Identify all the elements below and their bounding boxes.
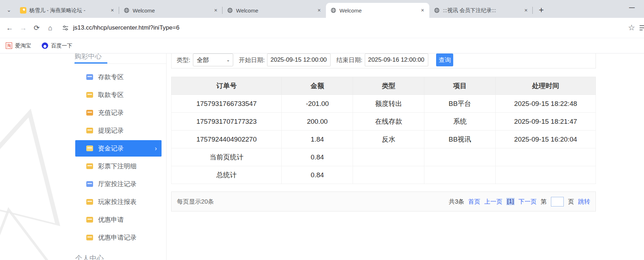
sidebar-divider xyxy=(73,63,166,64)
bookmark-star-icon[interactable]: ☆ xyxy=(625,21,638,35)
cell: 2025-09-15 16:20:04 xyxy=(496,131,596,148)
hall-bet-icon xyxy=(86,181,93,187)
browser-tab-welcome-active[interactable]: Welcome ✕ xyxy=(326,3,429,18)
address-bar: ← → ⟳ ⌂ js13.cc/hhcp/usercenter.html?ini… xyxy=(0,18,644,38)
promo-record-icon xyxy=(86,235,93,240)
pagination-bar: 每页显示20条 共3条 首页 上一页 [1] 下一页 第 页 跳转 xyxy=(171,192,596,211)
sidebar-section-lottery-center[interactable]: 购彩中心 xyxy=(75,53,103,63)
cell xyxy=(424,166,496,184)
new-tab-button[interactable]: + xyxy=(536,4,547,16)
sidebar-item-funds-records[interactable]: 资金记录 › xyxy=(75,140,162,157)
tab-title: :::视讯 会员下注纪录::: xyxy=(443,7,519,14)
cell: 额度转出 xyxy=(353,95,424,113)
cell: 反水 xyxy=(353,131,424,148)
deposit-card-icon xyxy=(86,74,93,80)
page-suffix-label: 页 xyxy=(568,198,574,206)
back-icon[interactable]: ← xyxy=(3,21,16,35)
bookmark-baidu[interactable]: 百度一下 xyxy=(42,42,72,49)
next-page-link[interactable]: 下一页 xyxy=(518,198,537,206)
type-select-value: 全部 xyxy=(197,56,209,64)
browser-tab-forum[interactable]: 杨雪儿 - 海燕策略论坛 - ✕ xyxy=(16,3,119,18)
bookmark-label: 百度一下 xyxy=(51,42,72,49)
tab-title: Welcome xyxy=(236,7,312,14)
sidebar-item-label: 优惠申请 xyxy=(98,215,124,224)
cell: 1757931766733547 xyxy=(172,95,282,113)
sidebar-item-promo-apply[interactable]: 优惠申请 xyxy=(73,211,166,229)
url-text: js13.cc/hhcp/usercenter.html?iniType=6 xyxy=(73,24,179,31)
sidebar-item-deposit-zone[interactable]: 存款专区 xyxy=(73,68,166,86)
sidebar-item-promo-apply-records[interactable]: 优惠申请记录 xyxy=(73,229,166,246)
cell: 2025-09-15 18:22:48 xyxy=(496,95,596,113)
minimize-window-icon[interactable]: — xyxy=(629,4,635,11)
cell: 1757924404902270 xyxy=(172,131,282,148)
browser-tab-welcome-2[interactable]: Welcome ✕ xyxy=(223,3,326,18)
reload-icon[interactable]: ⟳ xyxy=(30,21,44,35)
sidebar-item-withdraw-records[interactable]: 提现记录 xyxy=(73,122,166,139)
globe-favicon-icon xyxy=(227,7,233,14)
cell xyxy=(496,166,596,184)
pagination-controls: 共3条 首页 上一页 [1] 下一页 第 页 跳转 xyxy=(449,197,590,207)
home-icon[interactable]: ⌂ xyxy=(44,21,57,35)
page-jump-input[interactable] xyxy=(551,197,564,207)
bookmarks-bar: 淘 爱淘宝 百度一下 xyxy=(0,38,644,53)
tab-close-icon[interactable]: ✕ xyxy=(419,6,426,14)
bookmark-aitaobao[interactable]: 淘 爱淘宝 xyxy=(6,42,31,49)
sidebar-item-withdraw-zone[interactable]: 取款专区 xyxy=(73,86,166,104)
sidebar-section-personal-center[interactable]: 个人中心 xyxy=(75,254,166,260)
globe-favicon-icon xyxy=(434,7,440,14)
sidebar-menu: 存款专区 取款专区 充值记录 提现记录 资金记录 › 彩票下注明细 xyxy=(73,68,166,246)
col-header-project: 项目 xyxy=(424,77,496,95)
sidebar-item-hall-bet-records[interactable]: 厅室投注记录 xyxy=(73,175,166,193)
tab-title: 杨雪儿 - 海燕策略论坛 - xyxy=(29,7,106,14)
sidebar-item-label: 优惠申请记录 xyxy=(98,233,137,242)
sidebar: 购彩中心 存款专区 取款专区 充值记录 提现记录 资金记录 › xyxy=(73,53,167,260)
cell xyxy=(353,148,424,166)
total-count-label: 共3条 xyxy=(449,198,464,206)
tab-search-chevron-icon[interactable]: ⌄ xyxy=(4,5,14,15)
first-page-link[interactable]: 首页 xyxy=(468,198,480,206)
jump-link[interactable]: 跳转 xyxy=(578,198,590,206)
globe-favicon-icon xyxy=(330,7,337,14)
table-row-grand-total: 总统计 0.84 xyxy=(172,166,596,184)
sidebar-item-lottery-bet-details[interactable]: 彩票下注明细 xyxy=(73,157,166,175)
table-header-row: 订单号 金额 类型 项目 处理时间 xyxy=(172,77,596,95)
cell: 200.00 xyxy=(282,113,353,131)
bookmark-label: 爱淘宝 xyxy=(15,42,31,49)
cell: BB平台 xyxy=(424,95,496,113)
forward-icon[interactable]: → xyxy=(16,21,30,35)
type-select[interactable]: 全部 ⌄ xyxy=(193,53,233,66)
chevron-right-icon: › xyxy=(155,145,157,152)
cell xyxy=(496,148,596,166)
tab-strip: ⌄ 杨雪儿 - 海燕策略论坛 - ✕ Welcome ✕ Welcome ✕ W… xyxy=(0,0,644,18)
cell: 2025-09-15 18:21:47 xyxy=(496,113,596,131)
tab-close-icon[interactable]: ✕ xyxy=(108,6,116,14)
chevron-down-icon: ⌄ xyxy=(226,57,230,62)
query-button[interactable]: 查询 xyxy=(436,53,453,66)
tab-close-icon[interactable]: ✕ xyxy=(315,6,323,14)
sidebar-item-player-bet-report[interactable]: 玩家投注报表 xyxy=(73,193,166,211)
funds-records-table: 订单号 金额 类型 项目 处理时间 1757931766733547 -201.… xyxy=(171,77,596,184)
table-row-page-total: 当前页统计 0.84 xyxy=(172,148,596,166)
cell: 当前页统计 xyxy=(172,148,282,166)
url-bar[interactable]: js13.cc/hhcp/usercenter.html?iniType=6 xyxy=(57,18,625,38)
side-panel-icon[interactable] xyxy=(638,22,644,33)
end-date-input[interactable] xyxy=(365,53,428,66)
table-row: 1757931707177323 200.00 在线存款 系统 2025-09-… xyxy=(172,113,596,131)
funds-record-icon xyxy=(86,146,93,151)
site-info-tune-icon[interactable] xyxy=(62,25,69,31)
page-size-label: 每页显示20条 xyxy=(177,198,214,206)
tab-close-icon[interactable]: ✕ xyxy=(522,6,530,14)
current-page-indicator: [1] xyxy=(506,198,515,205)
browser-tab-video-records[interactable]: :::视讯 会员下注纪录::: ✕ xyxy=(429,3,533,18)
start-date-input[interactable] xyxy=(267,53,331,66)
baidu-icon xyxy=(42,42,48,49)
sidebar-item-label: 厅室投注记录 xyxy=(98,180,137,188)
sidebar-item-recharge-records[interactable]: 充值记录 xyxy=(73,104,166,122)
cell: 在线存款 xyxy=(353,113,424,131)
tab-close-icon[interactable]: ✕ xyxy=(212,6,220,14)
browser-tab-welcome-1[interactable]: Welcome ✕ xyxy=(119,3,223,18)
page-prefix-label: 第 xyxy=(541,198,547,206)
prev-page-link[interactable]: 上一页 xyxy=(484,198,502,206)
cell: BB视讯 xyxy=(424,131,496,148)
forum-favicon-icon xyxy=(20,7,26,14)
